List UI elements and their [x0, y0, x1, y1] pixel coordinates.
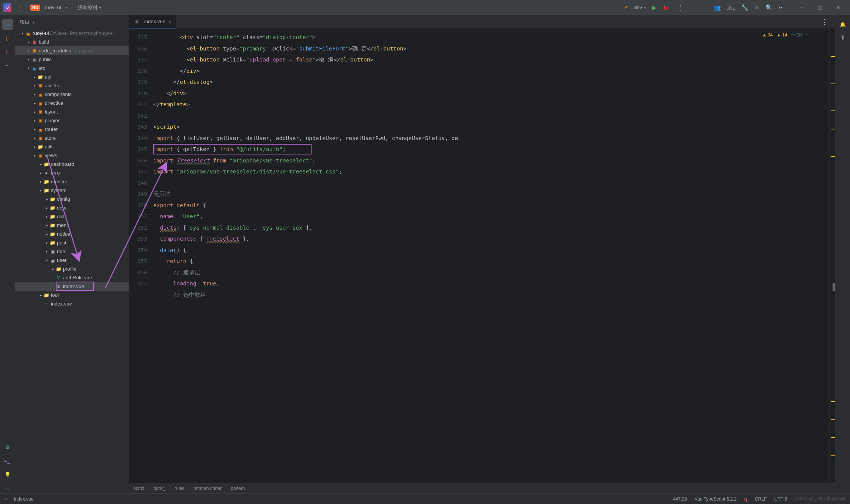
tree-node-role[interactable]: ▸▣role: [15, 247, 129, 256]
breadcrumb-item[interactable]: rules: [175, 486, 184, 491]
terminal-icon[interactable]: ▸_: [2, 455, 13, 466]
tree-node-views[interactable]: ▾▣views: [15, 151, 129, 160]
vcs-menu[interactable]: 版本控制 ▾: [77, 4, 101, 11]
maximize-button[interactable]: ▢: [811, 2, 829, 13]
branch-name[interactable]: dev ▾: [634, 5, 646, 10]
people-icon[interactable]: 👥: [714, 4, 721, 11]
typo-badge[interactable]: 〰 10: [791, 32, 802, 38]
tree-node-api[interactable]: ▸📁api: [15, 72, 129, 81]
line-ending[interactable]: CRLF: [755, 496, 767, 502]
tree-node-node_modules[interactable]: ▸▣node_modules library root: [15, 46, 129, 55]
code-lines[interactable]: <div slot="footer" class="dialog-footer"…: [153, 29, 830, 483]
minimize-button[interactable]: —: [793, 2, 811, 13]
line-gutter: 3353363373383393403413423433443453463473…: [129, 29, 153, 483]
breadcrumb-item[interactable]: script: [134, 486, 145, 491]
tree-node-src[interactable]: ▾▣src: [15, 64, 129, 72]
tree-node-public[interactable]: ▸▣public: [15, 55, 129, 64]
branch-icon: ⎇: [623, 5, 628, 10]
database-icon[interactable]: 🗄: [837, 33, 848, 43]
title-bar: IJ ⋮ RU ruoyi-ui ▾ 版本控制 ▾ ⎇ dev ▾ ▶ 🐞 ⋮ …: [0, 0, 850, 15]
close-button[interactable]: ✕: [830, 2, 847, 13]
tab-index-vue[interactable]: ≡ index.vue ×: [129, 15, 176, 28]
tree-node-tool[interactable]: ▸📁tool: [15, 291, 129, 299]
project-tree: 项目 ▾ ▾▣ruoyi-ui D:\Java_Project\ruoyi\ru…: [15, 15, 129, 493]
error-badge[interactable]: ▲ 34: [762, 32, 773, 38]
breadcrumb-item[interactable]: data(): [154, 486, 165, 491]
tree-node-config[interactable]: ▸📁config: [15, 195, 129, 203]
atom-icon[interactable]: ⚛: [754, 4, 759, 11]
chevron-down-icon[interactable]: ▾: [33, 20, 35, 24]
editor-tabs: ≡ index.vue × ⋮: [129, 15, 835, 29]
structure-icon[interactable]: ▯: [2, 46, 13, 57]
tree-node-dept[interactable]: ▸📁dept: [15, 203, 129, 212]
tree-node-index-vue[interactable]: ≡index.vue: [15, 299, 129, 308]
status-bar: ≡ index.vue 447:29 Vue TypeScript 5.2.2 …: [0, 493, 850, 504]
notifications-icon[interactable]: 🔔: [837, 19, 848, 30]
tree-node-user[interactable]: ▾▣user: [15, 256, 129, 265]
tabs-more-icon[interactable]: ⋮: [819, 18, 830, 26]
tree-node-build[interactable]: ▸▣build: [15, 38, 129, 46]
breadcrumb-item[interactable]: phonenumber: [194, 486, 222, 491]
tree-node-dict[interactable]: ▸📁dict: [15, 212, 129, 221]
tree-node-system[interactable]: ▾📁system: [15, 186, 129, 195]
cursor-position[interactable]: 447:29: [673, 496, 687, 502]
bulb-icon[interactable]: 💡: [2, 469, 13, 480]
tree-node-monitor[interactable]: ▸📁monitor: [15, 177, 129, 186]
tree-node-store[interactable]: ▸▣store: [15, 134, 129, 142]
tree-node-utils[interactable]: ▸📁utils: [15, 142, 129, 151]
chevron-down-icon: ▾: [66, 5, 68, 9]
search-icon[interactable]: 🔍: [765, 4, 773, 11]
app-icon: IJ: [3, 3, 11, 12]
tree-node-layout[interactable]: ▸▣layout: [15, 107, 129, 116]
status-file: index.vue: [14, 496, 33, 502]
editor: ≡ index.vue × ⋮ ▲ 34 ▲ 14 〰 10 ↑ ↓ 33533…: [129, 15, 835, 493]
breadcrumb[interactable]: script›data()›rules›phonenumber›pattern: [129, 483, 835, 493]
tree-node-dashboard[interactable]: ▸📁dashboard: [15, 160, 129, 169]
tree-node-router[interactable]: ▸▣router: [15, 125, 129, 134]
settings-icon[interactable]: ⁝•: [779, 4, 782, 11]
tree-node-assets[interactable]: ▸▣assets: [15, 81, 129, 90]
encoding[interactable]: UTF-8: [774, 496, 787, 502]
gear-icon[interactable]: ⚙: [2, 442, 13, 452]
breadcrumb-item[interactable]: pattern: [231, 486, 245, 491]
tree-node-plugins[interactable]: ▸▣plugins: [15, 116, 129, 125]
close-icon[interactable]: ×: [168, 19, 172, 25]
tree-node-menu[interactable]: ▸📁menu: [15, 221, 129, 230]
inspection-badges[interactable]: ▲ 34 ▲ 14 〰 10 ↑ ↓: [762, 32, 814, 38]
bookmarks-icon[interactable]: ▯: [2, 33, 13, 43]
tree-root[interactable]: ▾▣ruoyi-ui D:\Java_Project\ruoyi\ruoyi-u…: [15, 29, 129, 38]
tree-node-index-vue[interactable]: ≡index.vue: [15, 282, 129, 291]
tree-node-authRole-vue[interactable]: VauthRole.vue: [15, 273, 129, 282]
tree-node-components[interactable]: ▸▣components: [15, 90, 129, 99]
git-icon[interactable]: ⎌: [2, 483, 13, 493]
minimap[interactable]: [830, 29, 835, 483]
translate-icon[interactable]: 文A: [727, 4, 735, 11]
tree-node-directive[interactable]: ▸▣directive: [15, 99, 129, 107]
right-tool-rail: 🔔 🗄: [835, 15, 850, 493]
status-file-icon: ≡: [5, 496, 7, 502]
y-icon[interactable]: ɥ: [744, 496, 747, 502]
debug-icon[interactable]: 🐞: [663, 5, 669, 11]
tree-title: 项目: [20, 19, 30, 25]
project-tool-icon[interactable]: ▭: [2, 19, 13, 30]
language-mode[interactable]: Vue TypeScript 5.2.2: [694, 496, 737, 502]
down-arrow-icon[interactable]: ↓: [812, 32, 815, 38]
up-arrow-icon[interactable]: ↑: [806, 32, 808, 38]
tree-node-post[interactable]: ▸📁post: [15, 238, 129, 247]
project-badge: RU: [30, 5, 40, 11]
tree-node-profile[interactable]: ▸📁profile: [15, 265, 129, 273]
more-tool-icon[interactable]: ⋯: [2, 60, 13, 71]
run-more-icon[interactable]: ⋮: [675, 3, 686, 12]
main-menu-icon[interactable]: ⋮: [15, 3, 27, 12]
watermark: CSDN @小神不想敲代码: [795, 496, 845, 502]
run-icon[interactable]: ▶: [652, 5, 656, 11]
warning-badge[interactable]: ▲ 14: [776, 32, 787, 38]
left-tool-rail: ▭ ▯ ▯ ⋯ ⚙ ▸_ 💡 ⎌: [0, 15, 15, 493]
vue-file-icon: ≡: [134, 19, 140, 24]
tree-node-error[interactable]: ▸●error: [15, 169, 129, 177]
wrench-icon[interactable]: 🔧: [741, 4, 748, 11]
project-name[interactable]: ruoyi-ui: [45, 5, 61, 10]
tree-node-notice[interactable]: ▸📁notice: [15, 230, 129, 238]
